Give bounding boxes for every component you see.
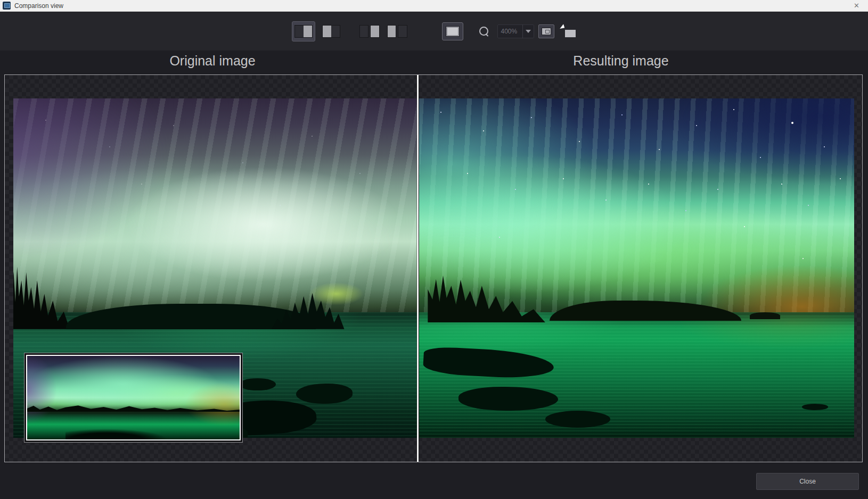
actual-size-button[interactable]: [538, 24, 554, 38]
magnifier-icon: [479, 27, 489, 36]
result-stars-layer: [419, 98, 420, 99]
comparison-toolbar: 400%: [0, 12, 868, 51]
resulting-photo[interactable]: [419, 98, 854, 438]
rock-silhouette: [545, 411, 611, 428]
app-icon: [3, 2, 11, 10]
original-image-header: Original image: [169, 53, 255, 69]
layout-split-result-left-button[interactable]: [320, 21, 343, 41]
rock-silhouette: [802, 404, 828, 410]
resulting-image-header: Resulting image: [573, 53, 668, 69]
split-original-left-icon: [294, 25, 313, 38]
rock-silhouette: [458, 387, 559, 411]
zoom-tool-button[interactable]: [475, 22, 493, 40]
framed-image-icon: [542, 28, 551, 35]
zoom-dropdown-button[interactable]: [523, 24, 534, 38]
zoom-level-select[interactable]: 400%: [497, 24, 534, 38]
fit-image-icon: [565, 30, 576, 37]
layout-dual-original-left-button[interactable]: [358, 21, 381, 41]
rock-silhouette: [296, 384, 353, 404]
original-sky-layer: [13, 98, 417, 315]
navigator-thumbnail[interactable]: [24, 353, 243, 443]
navigator-preview-image: [27, 356, 240, 439]
chevron-down-icon: [526, 30, 531, 33]
titlebar[interactable]: Comparison view ✕: [0, 0, 868, 12]
split-result-left-icon: [322, 25, 340, 38]
comparison-view-window: { "window": { "title": "Comparison view"…: [0, 0, 868, 499]
close-button[interactable]: Close: [756, 473, 859, 490]
window-title: Comparison view: [14, 2, 63, 10]
preview-window-button[interactable]: [442, 22, 463, 40]
result-sky-layer: [419, 98, 854, 315]
rock-silhouette: [239, 378, 275, 390]
original-stars-layer: [13, 98, 14, 99]
window-close-icon[interactable]: ✕: [851, 0, 862, 12]
dual-original-left-icon: [359, 25, 380, 38]
navigator-frame: [26, 355, 241, 440]
islet-silhouette: [750, 312, 780, 319]
fit-to-window-button[interactable]: [559, 23, 577, 39]
dual-result-left-icon: [387, 25, 407, 38]
zoom-level-value: 400%: [498, 28, 522, 35]
preview-frame-icon: [446, 26, 460, 37]
layout-split-original-left-button[interactable]: [292, 21, 315, 41]
compare-divider-handle[interactable]: [417, 75, 419, 462]
layout-dual-result-left-button[interactable]: [386, 21, 409, 41]
comparison-area: [4, 74, 863, 462]
